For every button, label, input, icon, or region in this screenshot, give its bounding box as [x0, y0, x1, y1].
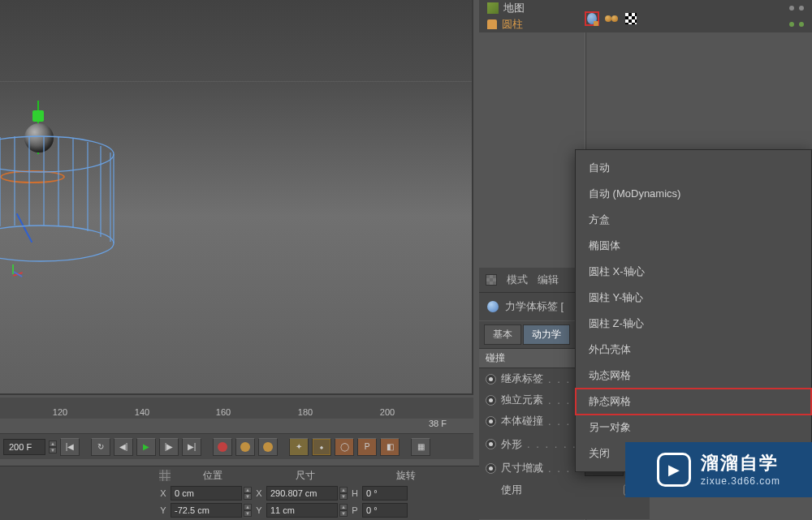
loop-button[interactable]: ↻: [91, 438, 110, 456]
timeline-options-button[interactable]: ▦: [411, 438, 430, 456]
play-icon: ▶: [657, 453, 691, 487]
end-frame-field[interactable]: [3, 439, 45, 455]
shape-dropdown-menu: 自动 自动 (MoDynamics) 方盒 椭圆体 圆柱 X-轴心 圆柱 Y-轴…: [575, 149, 812, 472]
radio-icon[interactable]: [486, 416, 496, 427]
hierarchy-row-1[interactable]: 圆柱: [479, 16, 812, 32]
timeline-ruler[interactable]: 120 140 160 180 200: [0, 398, 473, 419]
key-pla-button[interactable]: ◧: [380, 438, 400, 456]
size-y-field[interactable]: [266, 503, 338, 518]
goto-end-button[interactable]: ▶|: [182, 438, 201, 456]
axis-z: [16, 213, 33, 243]
rot-p-field[interactable]: [362, 503, 408, 518]
pos-x-field[interactable]: [171, 486, 242, 501]
dd-option-moving-mesh[interactable]: 动态网格: [576, 363, 811, 389]
key-rot-button[interactable]: ◯: [335, 438, 354, 456]
step-back-button[interactable]: ◀|: [114, 438, 133, 456]
dd-option-auto[interactable]: 自动: [576, 155, 811, 181]
frame-spinner[interactable]: ▲▼: [49, 440, 57, 453]
radio-icon[interactable]: [486, 374, 496, 385]
coord-header-pos: 位置: [203, 469, 222, 483]
radio-icon[interactable]: [486, 463, 496, 474]
radio-icon[interactable]: [486, 439, 496, 449]
cylinder-wireframe[interactable]: [0, 138, 122, 260]
keyframe-button[interactable]: [258, 438, 278, 456]
grid-icon: [159, 470, 171, 481]
texture-tag-icon[interactable]: [624, 11, 638, 26]
dd-option-box[interactable]: 方盒: [576, 207, 811, 233]
axis-indicator: [3, 262, 26, 285]
key-scale-button[interactable]: ⬥: [312, 438, 331, 456]
dd-option-cyl-y[interactable]: 圆柱 Y-轴心: [576, 285, 811, 311]
viewport[interactable]: [0, 0, 473, 395]
collider-tag-icon[interactable]: [604, 11, 619, 26]
watermark: ▶ 溜溜自学 zixue.3d66.com: [625, 442, 812, 497]
current-frame: 38 F: [429, 419, 447, 428]
tab-dynamics[interactable]: 动力学: [523, 324, 570, 345]
playback-bar: ▲▼ |◀ ↻ ◀| ▶ |▶ ▶| ✦ ⬥ ◯ P ◧ ▦: [0, 433, 473, 459]
play-button[interactable]: ▶: [136, 438, 156, 456]
dd-option-auto-modynamics[interactable]: 自动 (MoDynamics): [576, 181, 811, 207]
dynamics-tag-icon[interactable]: [585, 11, 599, 26]
record-button[interactable]: [213, 438, 232, 456]
dd-option-cyl-x[interactable]: 圆柱 X-轴心: [576, 259, 811, 285]
sphere-object[interactable]: [24, 123, 54, 153]
hierarchy-item-label: 地图: [503, 1, 525, 15]
goto-start-button[interactable]: |◀: [60, 438, 80, 456]
dd-option-convex[interactable]: 外凸壳体: [576, 337, 811, 363]
attr-tab-edit[interactable]: 编辑: [538, 273, 559, 287]
hierarchy-item-label: 圆柱: [502, 17, 523, 32]
autokey-button[interactable]: [235, 438, 255, 456]
dd-option-ellipsoid[interactable]: 椭圆体: [576, 233, 811, 259]
key-pos-button[interactable]: ✦: [289, 438, 309, 456]
tab-basic[interactable]: 基本: [484, 324, 521, 345]
radio-icon[interactable]: [486, 395, 496, 406]
cube-icon: [487, 2, 499, 14]
prop-use: 使用: [479, 479, 650, 501]
key-param-button[interactable]: P: [357, 438, 377, 456]
coord-header-size: 尺寸: [296, 469, 315, 483]
rot-h-field[interactable]: [362, 486, 408, 501]
svg-point-0: [0, 136, 114, 172]
dd-option-static-mesh[interactable]: 静态网格: [576, 389, 811, 415]
coord-blank: [0, 466, 154, 520]
dynamics-icon: [487, 301, 499, 312]
dd-option-cyl-z[interactable]: 圆柱 Z-轴心: [576, 311, 811, 337]
hierarchy-row-0[interactable]: 地图: [479, 0, 812, 16]
svg-point-1: [0, 226, 114, 261]
dd-option-another[interactable]: 另一对象: [576, 415, 811, 440]
cylinder-icon: [487, 19, 497, 29]
axis-y-handle[interactable]: [32, 110, 44, 122]
coord-header-rot: 旋转: [396, 469, 416, 483]
gizmo-rotate[interactable]: [0, 170, 65, 183]
attr-tab-mode[interactable]: 模式: [507, 273, 528, 287]
pos-y-field[interactable]: [171, 503, 242, 518]
step-forward-button[interactable]: |▶: [159, 438, 179, 456]
grid-icon: [486, 274, 497, 286]
coord-panel: 位置 尺寸 旋转 X ▲▼ X ▲▼ H Y ▲▼ Y ▲▼ P: [154, 466, 479, 520]
object-tags: [585, 11, 638, 26]
size-x-field[interactable]: [266, 486, 338, 501]
hierarchy-panel: 地图 圆柱: [479, 0, 812, 32]
